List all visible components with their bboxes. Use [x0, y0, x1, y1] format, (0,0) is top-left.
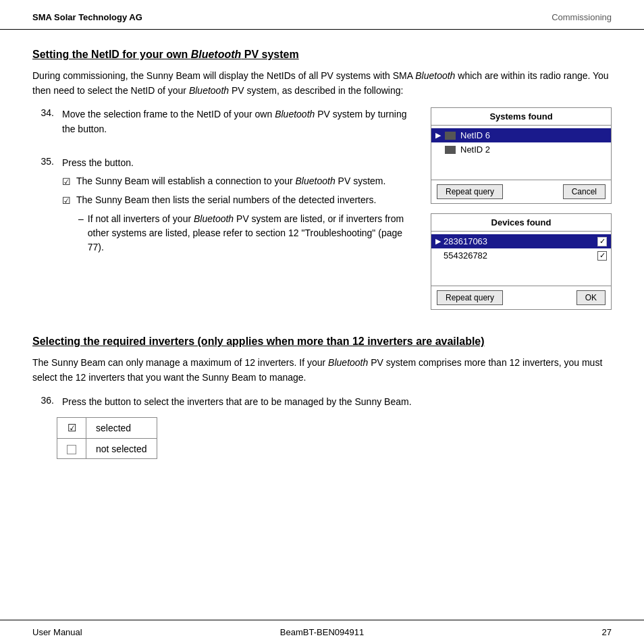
legend-table: ☑ selected not selected [57, 417, 157, 458]
device1-arrow-icon: ▶ [435, 237, 441, 246]
netid6-row[interactable]: ▶ NetID 6 [431, 128, 611, 142]
step35-content: Press the button. ☑ The Sunny Beam will … [62, 156, 414, 258]
main-content: Setting the NetID for your own Bluetooth… [0, 30, 644, 478]
systems-repeat-query-button[interactable]: Repeat query [437, 184, 503, 199]
not-selected-checkbox-icon [67, 445, 76, 454]
step36: 36. Press the button to select the inver… [32, 395, 612, 410]
netid2-device-icon [445, 146, 456, 154]
legend-selected-icon-cell: ☑ [57, 418, 86, 439]
step36-num: 36. [32, 395, 54, 410]
ui-panels-col: Systems found ▶ NetID 6 ▶ NetID 2 [431, 107, 612, 319]
devices-ok-button[interactable]: OK [576, 290, 606, 305]
step35-text: Press the button. [62, 157, 134, 168]
step34-row: 34. Move the selection frame to the NetI… [32, 107, 612, 319]
cb-item-2: ☑ The Sunny Beam then lists the serial n… [62, 193, 414, 208]
cb2-text: The Sunny Beam then lists the serial num… [76, 193, 376, 207]
dash-item-1: – If not all inverters of your Bluetooth… [78, 212, 414, 254]
step35: 35. Press the button. ☑ The Sunny Beam w… [32, 156, 414, 258]
systems-found-actions: Repeat query Cancel [431, 180, 611, 203]
page-footer: User Manual BeamBT-BEN094911 27 [0, 620, 644, 644]
section1-heading-em: Bluetooth [191, 49, 242, 60]
systems-found-panel: Systems found ▶ NetID 6 ▶ NetID 2 [431, 107, 612, 204]
netid2-row[interactable]: ▶ NetID 2 [431, 142, 611, 157]
device2-label: 554326782 [444, 250, 487, 261]
devices-found-actions: Repeat query OK [431, 286, 611, 309]
systems-cancel-button[interactable]: Cancel [563, 184, 606, 199]
device2-checkbox[interactable] [597, 251, 607, 261]
devices-found-title: Devices found [431, 214, 611, 232]
section2-body: The Sunny Beam can only manage a maximum… [32, 356, 612, 385]
cb1-text: The Sunny Beam will establish a connecti… [76, 174, 385, 188]
legend-not-selected-label: not selected [86, 439, 157, 458]
devices-found-panel: Devices found ▶ 283617063 ▶ [431, 213, 612, 310]
devices-found-body: ▶ 283617063 ▶ 554326782 [431, 232, 611, 286]
company-name: SMA Solar Technology AG [32, 12, 142, 22]
systems-found-body: ▶ NetID 6 ▶ NetID 2 [431, 126, 611, 180]
device1-row[interactable]: ▶ 283617063 [431, 234, 611, 248]
section1-heading: Setting the NetID for your own Bluetooth… [32, 49, 612, 61]
step34-content: Move the selection frame to the NetID of… [62, 107, 414, 136]
section1-heading-rest: PV system [241, 49, 298, 60]
checkbox-list: ☑ The Sunny Beam will establish a connec… [62, 174, 414, 208]
footer-left: User Manual [32, 627, 82, 637]
section1-heading-text: Setting the NetID for your own [32, 49, 191, 60]
footer-page-number: 27 [602, 627, 612, 637]
legend-not-selected-icon-cell [57, 439, 86, 458]
section2-heading-text: Selecting the required inverters (only a… [32, 336, 485, 347]
device1-checkbox[interactable] [597, 237, 607, 246]
chapter-title: Commissioning [552, 12, 612, 22]
netid6-device-icon [445, 132, 456, 140]
dash-list: – If not all inverters of your Bluetooth… [78, 212, 414, 254]
systems-found-title: Systems found [431, 108, 611, 126]
device2-row[interactable]: ▶ 554326782 [431, 248, 611, 263]
netid6-label: NetID 6 [460, 130, 490, 140]
device1-label: 283617063 [444, 236, 487, 246]
dash-prefix: – [78, 212, 84, 254]
legend-selected-label: selected [86, 418, 157, 439]
selected-checkbox-icon: ☑ [68, 422, 76, 433]
legend-row-selected: ☑ selected [57, 418, 157, 439]
step34-num: 34. [32, 107, 54, 136]
checkbox-icon-2: ☑ [62, 194, 71, 208]
row-arrow-icon: ▶ [435, 131, 441, 140]
step34: 34. Move the selection frame to the NetI… [32, 107, 414, 136]
checkbox-icon-1: ☑ [62, 175, 71, 189]
page: SMA Solar Technology AG Commissioning Se… [0, 0, 644, 644]
cb-item-1: ☑ The Sunny Beam will establish a connec… [62, 174, 414, 189]
page-header: SMA Solar Technology AG Commissioning [0, 0, 644, 30]
step34-text-col: 34. Move the selection frame to the NetI… [32, 107, 414, 319]
legend-row-not-selected: not selected [57, 439, 157, 458]
dash1-text: If not all inverters of your Bluetooth P… [88, 212, 414, 254]
step36-content: Press the button to select the inverters… [62, 395, 612, 410]
footer-center: BeamBT-BEN094911 [280, 627, 364, 637]
intro-paragraph: During commissioning, the Sunny Beam wil… [32, 69, 612, 98]
devices-repeat-query-button[interactable]: Repeat query [437, 290, 503, 305]
netid2-label: NetID 2 [460, 144, 490, 155]
step35-num: 35. [32, 156, 54, 258]
section2-heading: Selecting the required inverters (only a… [32, 336, 612, 348]
